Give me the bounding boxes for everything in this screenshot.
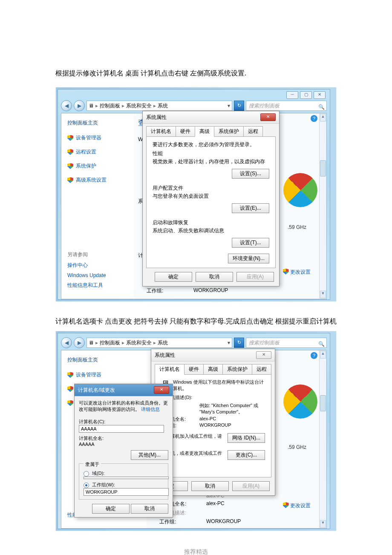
windows-logo xyxy=(283,384,317,419)
tab-advanced[interactable]: 高级 xyxy=(203,364,223,375)
tab-system-protection[interactable]: 系统保护 xyxy=(214,126,244,137)
breadcrumb-item[interactable]: 系统 xyxy=(158,102,168,110)
tab-computer-name[interactable]: 计算机名 xyxy=(155,364,184,375)
tab-computer-name[interactable]: 计算机名 xyxy=(146,126,176,137)
shield-icon xyxy=(67,149,73,155)
search-input[interactable]: 搜索控制面板 🔍 xyxy=(246,338,327,348)
search-input[interactable]: 搜索控制面板 🔍 xyxy=(246,101,327,111)
scroll-thumb[interactable] xyxy=(320,395,326,411)
shield-icon xyxy=(67,135,73,141)
ok-button[interactable]: 确定 xyxy=(92,504,130,514)
domain-label: 域(D): xyxy=(92,471,104,476)
env-vars-button[interactable]: 环境变量(N)... xyxy=(228,254,269,263)
cancel-button[interactable]: 取消 xyxy=(196,272,233,282)
scroll-thumb[interactable] xyxy=(320,160,326,176)
sidebar-item-system-protection[interactable]: 系统保护 xyxy=(76,162,96,170)
refresh-button[interactable]: ↻ xyxy=(234,101,244,111)
see-also-windows-update[interactable]: Windows Update xyxy=(67,272,130,278)
sidebar-item-device-manager[interactable]: 设备管理器 xyxy=(76,371,101,379)
breadcrumb-item[interactable]: 控制面板 xyxy=(100,339,120,347)
shield-icon xyxy=(67,386,73,392)
sidebar-item-advanced-settings[interactable]: 高级系统设置 xyxy=(76,176,107,184)
sidebar-title[interactable]: 控制面板主页 xyxy=(67,119,130,127)
sidebar-item-device-manager[interactable]: 设备管理器 xyxy=(76,134,101,142)
refresh-button[interactable]: ↻ xyxy=(234,338,244,348)
main-pane: ? 查 Win 系统 .59 GHz 计算 更改设置 alex-PC 计算机全名… xyxy=(134,113,319,299)
nav-back-button[interactable]: ◀ xyxy=(61,337,72,348)
breadcrumb-item[interactable]: 系统和安全 xyxy=(126,339,152,347)
cpu-ghz: .59 GHz xyxy=(288,224,306,230)
see-also-performance[interactable]: 性能信息和工具 xyxy=(67,282,130,289)
full-name-value: AAAAA xyxy=(79,442,168,447)
profile-heading: 用户配置文件 xyxy=(153,185,269,192)
explorer-window-2: ◀ ▶ 🖥 ▸ 控制面板 ▸ 系统和安全 ▸ 系统 ▾ ↻ 搜索控制面板 🔍 xyxy=(58,333,330,529)
tab-remote[interactable]: 远程 xyxy=(243,126,263,137)
breadcrumb-item[interactable]: 控制面板 xyxy=(100,102,120,110)
workgroup-radio[interactable] xyxy=(84,483,89,488)
tab-strip: 计算机名 硬件 高级 系统保护 远程 xyxy=(143,124,279,137)
breadcrumb-item[interactable]: 系统和安全 xyxy=(126,102,152,110)
sidebar: 控制面板主页 设备管理器 远程设置 系统保护 高级系统设置 另请参阅 操作中心 … xyxy=(61,113,134,299)
nav-back-button[interactable]: ◀ xyxy=(61,100,72,111)
help-icon[interactable]: ? xyxy=(311,115,317,122)
screenshot-1: ─ ▢ ✕ ◀ ▶ 🖥 ▸ 控制面板 ▸ 系统和安全 ▸ 系统 ▾ ↻ xyxy=(55,87,337,302)
rename-dialog: 计算机名/域更改 ✕ 可以更改这台计算机的名称和成员身份。更改可能影响网络资源的… xyxy=(74,384,173,517)
breadcrumb-item[interactable]: 系统 xyxy=(158,339,168,347)
breadcrumb-dropdown-icon[interactable]: ▾ xyxy=(228,103,230,109)
breadcrumb-dropdown-icon[interactable]: ▾ xyxy=(228,340,230,346)
value-full-name: alex-PC xyxy=(199,416,216,422)
search-icon: 🔍 xyxy=(318,339,325,349)
address-bar[interactable]: 🖥 ▸ 控制面板 ▸ 系统和安全 ▸ 系统 ▾ xyxy=(86,101,232,111)
intro-text: Windows 使用以下信息在网络中标识这台计算机。 xyxy=(173,379,265,392)
nav-forward-button[interactable]: ▶ xyxy=(74,337,85,348)
apply-button[interactable]: 应用(A) xyxy=(232,481,270,491)
change-settings-link[interactable]: 更改设置 xyxy=(283,502,311,509)
domain-radio[interactable] xyxy=(84,471,89,477)
see-also-action-center[interactable]: 操作中心 xyxy=(67,262,130,269)
profile-settings-button[interactable]: 设置(E)... xyxy=(232,203,269,213)
scroll-down-icon[interactable]: ▼ xyxy=(320,520,326,528)
change-button[interactable]: 更改(C)... xyxy=(228,450,265,460)
tab-hardware[interactable]: 硬件 xyxy=(176,126,195,137)
perf-settings-button[interactable]: 设置(S)... xyxy=(232,169,269,179)
breadcrumb-icon: 🖥 xyxy=(89,340,94,346)
ok-button[interactable]: 确定 xyxy=(155,272,192,282)
apply-button[interactable]: 应用(A) xyxy=(236,272,274,282)
scroll-down-icon[interactable]: ▼ xyxy=(320,291,326,298)
help-icon[interactable]: ? xyxy=(311,352,317,359)
sidebar-title[interactable]: 控制面板主页 xyxy=(67,356,143,364)
tab-advanced[interactable]: 高级 xyxy=(195,126,214,137)
sidebar-item-remote-settings[interactable]: 远程设置 xyxy=(76,148,96,156)
label-workgroup: 工作组: xyxy=(147,287,193,295)
cancel-button[interactable]: 取消 xyxy=(131,504,168,514)
other-button[interactable]: 其他(M)... xyxy=(131,450,168,460)
scroll-up-icon[interactable]: ▲ xyxy=(320,114,326,121)
member-of-group: 隶属于 域(D): 工作组(W): WORKGROUP xyxy=(79,463,168,500)
workgroup-input[interactable]: WORKGROUP xyxy=(84,488,169,496)
more-info-link[interactable]: 详细信息 xyxy=(141,407,160,412)
dialog-close-button[interactable]: ✕ xyxy=(256,351,271,359)
change-settings-link[interactable]: 更改设置 xyxy=(283,269,311,276)
nav-forward-button[interactable]: ▶ xyxy=(74,100,85,111)
address-bar[interactable]: 🖥 ▸ 控制面板 ▸ 系统和安全 ▸ 系统 ▾ xyxy=(86,338,232,348)
network-id-button[interactable]: 网络 ID(N)... xyxy=(228,433,265,443)
shield-icon xyxy=(67,400,73,406)
cancel-button[interactable]: 取消 xyxy=(191,481,229,491)
tab-remote[interactable]: 远程 xyxy=(252,364,271,375)
dialog-close-button[interactable]: ✕ xyxy=(154,386,169,394)
computer-name-input[interactable]: AAAAA xyxy=(79,425,164,433)
admin-note: 要进行大多数更改，您必须作为管理员登录。 xyxy=(153,141,269,148)
vertical-scrollbar[interactable]: ▲ ▼ xyxy=(319,113,326,299)
maximize-button[interactable]: ▢ xyxy=(300,91,312,99)
label-workgroup: 工作组: xyxy=(159,518,206,526)
minimize-button[interactable]: ─ xyxy=(286,91,298,99)
name-label: 计算机名(C): xyxy=(79,419,168,425)
startup-settings-button[interactable]: 设置(T)... xyxy=(232,238,269,248)
vertical-scrollbar[interactable]: ▲ ▼ xyxy=(319,350,326,528)
tab-system-protection[interactable]: 系统保护 xyxy=(222,364,252,375)
dialog-close-button[interactable]: ✕ xyxy=(260,113,276,121)
member-of-heading: 隶属于 xyxy=(84,461,101,468)
scroll-up-icon[interactable]: ▲ xyxy=(320,351,326,358)
tab-hardware[interactable]: 硬件 xyxy=(184,364,204,375)
close-button[interactable]: ✕ xyxy=(314,91,326,99)
